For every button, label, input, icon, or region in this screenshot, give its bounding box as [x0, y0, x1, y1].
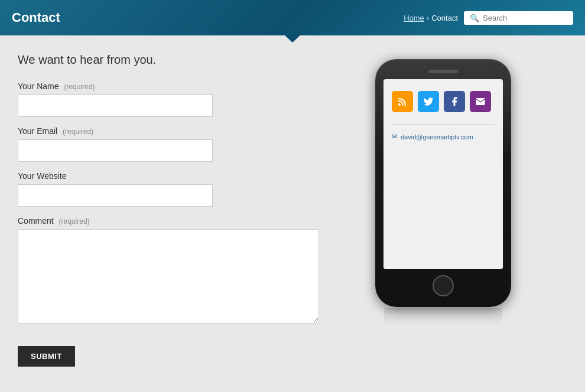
svg-point-0	[398, 103, 401, 106]
submit-button[interactable]: SUBMIT	[18, 346, 75, 367]
comment-required: (required)	[59, 217, 90, 226]
twitter-icon[interactable]	[418, 91, 439, 112]
email-required: (required)	[63, 128, 93, 136]
phone-home-button	[433, 275, 454, 296]
phone-email-link[interactable]: ✉ david@gsesmartiptv.com	[392, 133, 473, 141]
website-input[interactable]	[18, 184, 213, 207]
phone-divider	[392, 124, 495, 125]
comment-field-group: Comment (required)	[18, 216, 349, 326]
email-social-icon[interactable]	[470, 91, 491, 112]
main-content: We want to hear from you. Your Name (req…	[0, 35, 585, 384]
page-title: Contact	[12, 10, 60, 25]
email-field-group: Your Email (required)	[18, 126, 349, 162]
name-required: (required)	[64, 83, 95, 91]
website-field-group: Your Website	[18, 171, 349, 207]
website-label: Your Website	[18, 171, 349, 181]
breadcrumb-home[interactable]: Home	[404, 14, 424, 22]
name-label: Your Name (required)	[18, 81, 349, 91]
header-arrow	[284, 35, 301, 43]
phone-widget: ✉ david@gsesmartiptv.com	[372, 53, 514, 367]
phone-outer: ✉ david@gsesmartiptv.com	[375, 59, 511, 307]
social-icons-row	[392, 91, 491, 112]
header-right: Home › Contact 🔍	[404, 11, 573, 25]
rss-icon[interactable]	[392, 91, 413, 112]
phone-screen: ✉ david@gsesmartiptv.com	[384, 79, 503, 269]
email-input[interactable]	[18, 139, 213, 162]
search-input[interactable]	[483, 14, 566, 22]
search-box[interactable]: 🔍	[464, 11, 573, 25]
breadcrumb: Home › Contact	[404, 14, 458, 22]
name-field-group: Your Name (required)	[18, 81, 349, 117]
name-input[interactable]	[18, 94, 213, 117]
comment-input[interactable]	[18, 229, 319, 324]
email-label: Your Email (required)	[18, 126, 349, 136]
breadcrumb-current: Contact	[431, 14, 458, 22]
breadcrumb-separator: ›	[427, 14, 429, 22]
phone-email-text: david@gsesmartiptv.com	[401, 133, 473, 141]
search-icon: 🔍	[470, 14, 479, 22]
form-headline: We want to hear from you.	[18, 53, 349, 67]
comment-label: Comment (required)	[18, 216, 349, 226]
phone-speaker	[428, 70, 458, 73]
phone-reflection	[384, 308, 502, 326]
contact-form-section: We want to hear from you. Your Name (req…	[18, 53, 349, 367]
email-envelope-icon: ✉	[392, 133, 397, 141]
page-header: Contact Home › Contact 🔍	[0, 0, 585, 35]
facebook-icon[interactable]	[444, 91, 465, 112]
